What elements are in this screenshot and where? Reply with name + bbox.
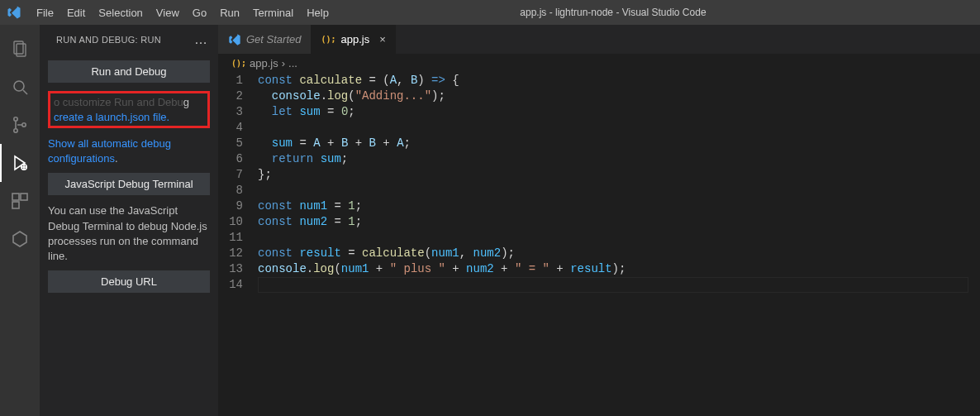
svg-rect-12 [21,194,27,200]
debug-url-button[interactable]: Debug URL [48,270,210,293]
activity-bar [0,25,40,416]
editor-scrollbar[interactable] [968,73,980,416]
breadcrumb-file: app.js [250,57,278,69]
svg-rect-1 [17,44,26,56]
svg-line-3 [23,90,27,94]
svg-point-2 [14,81,24,91]
create-launch-json-link[interactable]: create a launch.json file. [54,110,204,125]
js-debug-terminal-button[interactable]: JavaScript Debug Terminal [48,173,210,195]
customize-debug-text: o customize Run and Debug create a launc… [48,91,210,128]
run-and-debug-button[interactable]: Run and Debug [48,60,210,83]
js-icon: (); [231,59,246,68]
show-all-configs-text: Show all automatic debug configurations. [48,136,210,166]
activity-source-control[interactable] [0,106,40,144]
window-title: app.js - lightrun-node - Visual Studio C… [335,7,973,18]
menu-file[interactable]: File [30,3,60,22]
menu-view[interactable]: View [150,3,186,22]
vscode-icon [228,33,241,46]
code-content[interactable]: const calculate = (A, B) => { console.lo… [258,73,968,416]
js-debug-terminal-help-text: You can use the JavaScript Debug Termina… [48,203,210,264]
activity-extensions[interactable] [0,182,40,220]
breadcrumbs[interactable]: (); app.js › ... [218,54,980,73]
menu-edit[interactable]: Edit [60,3,92,22]
activity-hex[interactable] [0,220,40,258]
title-bar: File Edit Selection View Go Run Terminal… [0,0,980,25]
sidebar-title-text: RUN AND DEBUG: RUN [56,35,161,45]
activity-run-debug[interactable] [0,144,40,182]
menu-terminal[interactable]: Terminal [246,3,300,22]
run-debug-sidebar: RUN AND DEBUG: RUN … Run and Debug o cus… [40,25,218,416]
line-number-gutter: 1234567891011121314 [218,73,258,416]
editor-tabs: Get Started (); app.js × [218,25,980,54]
tab-label: Get Started [246,33,301,45]
tab-get-started[interactable]: Get Started [218,25,311,54]
svg-marker-14 [13,232,26,246]
svg-rect-0 [14,41,23,54]
js-icon: (); [321,35,335,44]
sidebar-title: RUN AND DEBUG: RUN … [40,25,218,54]
svg-point-4 [14,117,17,121]
editor-area: Get Started (); app.js × (); app.js › ..… [218,25,980,416]
breadcrumb-sep: › [282,57,285,69]
breadcrumb-tail: ... [288,57,297,69]
menu-go[interactable]: Go [186,3,213,22]
svg-rect-13 [12,202,19,208]
tab-app-js[interactable]: (); app.js × [311,25,395,54]
svg-point-6 [22,123,26,127]
activity-search[interactable] [0,68,40,106]
menu-selection[interactable]: Selection [92,3,149,22]
show-all-configs-link[interactable]: Show all automatic debug configurations [48,137,171,165]
code-editor[interactable]: 1234567891011121314 const calculate = (A… [218,73,980,416]
tab-label: app.js [341,33,370,45]
menu-run[interactable]: Run [213,3,246,22]
activity-explorer[interactable] [0,30,40,68]
more-actions-icon[interactable]: … [194,32,208,47]
menu-help[interactable]: Help [300,3,335,22]
vscode-logo-icon [7,5,21,20]
close-tab-icon[interactable]: × [379,33,386,45]
svg-point-5 [14,129,17,132]
svg-rect-11 [12,194,19,200]
menu-bar: File Edit Selection View Go Run Terminal… [30,3,335,22]
